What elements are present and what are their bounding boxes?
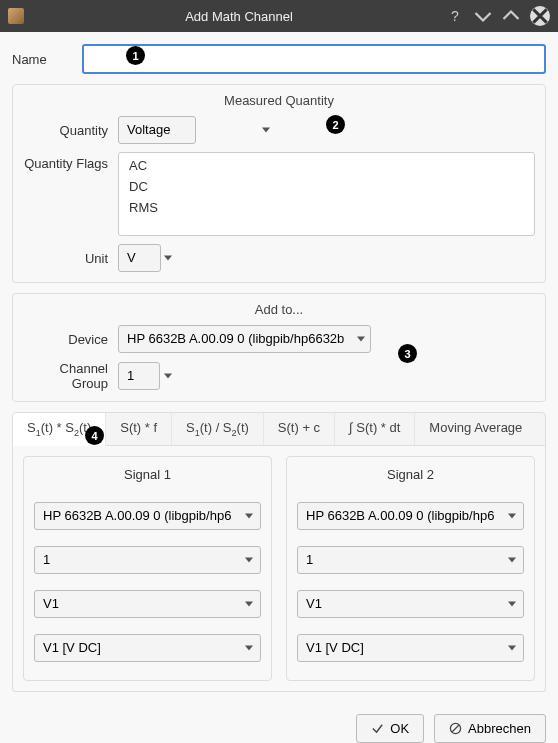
quantity-flags-list[interactable]: AC DC RMS	[118, 152, 535, 236]
tab-scale[interactable]: S(t) * f	[106, 413, 172, 445]
unit-select[interactable]: V	[118, 244, 161, 272]
tab-panel: Signal 1 HP 6632B A.00.09 0 (libgpib/hp6…	[12, 446, 546, 692]
tab-integrate[interactable]: ∫ S(t) * dt	[335, 413, 415, 445]
name-label: Name	[12, 52, 82, 67]
quantity-flags-label: Quantity Flags	[23, 152, 118, 171]
signal-1-box: Signal 1 HP 6632B A.00.09 0 (libgpib/hp6…	[23, 456, 272, 681]
measured-quantity-group: Measured Quantity Quantity Voltage Quant…	[12, 84, 546, 283]
signal-2-channel-select[interactable]: V1	[297, 590, 524, 618]
signal-1-group-select[interactable]: 1	[34, 546, 261, 574]
maximize-icon[interactable]	[502, 7, 520, 25]
name-input[interactable]	[82, 44, 546, 74]
tab-offset[interactable]: S(t) + c	[264, 413, 335, 445]
device-select[interactable]: HP 6632B A.00.09 0 (libgpib/hp6632b	[118, 325, 371, 353]
quantity-label: Quantity	[23, 123, 118, 138]
signal-1-title: Signal 1	[34, 467, 261, 482]
tab-divide[interactable]: S1(t) / S2(t)	[172, 413, 264, 445]
svg-line-1	[452, 725, 459, 732]
signal-2-group-select[interactable]: 1	[297, 546, 524, 574]
signal-2-device-select[interactable]: HP 6632B A.00.09 0 (libgpib/hp6	[297, 502, 524, 530]
window-title: Add Math Channel	[32, 9, 446, 24]
unit-label: Unit	[23, 251, 118, 266]
signal-2-title: Signal 2	[297, 467, 524, 482]
signal-1-device-select[interactable]: HP 6632B A.00.09 0 (libgpib/hp6	[34, 502, 261, 530]
annotation-badge-1: 1	[126, 46, 145, 65]
list-item[interactable]: RMS	[119, 197, 534, 218]
quantity-select[interactable]: Voltage	[118, 116, 196, 144]
channel-group-select[interactable]: 1	[118, 362, 160, 390]
tab-moving-average[interactable]: Moving Average	[415, 413, 536, 445]
titlebar: Add Math Channel ?	[0, 0, 558, 32]
signal-1-measure-select[interactable]: V1 [V DC]	[34, 634, 261, 662]
cancel-icon	[449, 722, 462, 735]
help-icon[interactable]: ?	[446, 7, 464, 25]
minimize-icon[interactable]	[474, 7, 492, 25]
annotation-badge-4: 4	[85, 426, 104, 445]
cancel-label: Abbrechen	[468, 721, 531, 736]
app-icon	[8, 8, 24, 24]
measured-quantity-title: Measured Quantity	[23, 93, 535, 108]
ok-button[interactable]: OK	[356, 714, 424, 743]
add-to-group: Add to... Device HP 6632B A.00.09 0 (lib…	[12, 293, 546, 402]
list-item[interactable]: DC	[119, 176, 534, 197]
signal-2-box: Signal 2 HP 6632B A.00.09 0 (libgpib/hp6…	[286, 456, 535, 681]
annotation-badge-2: 2	[326, 115, 345, 134]
annotation-badge-3: 3	[398, 344, 417, 363]
signal-2-measure-select[interactable]: V1 [V DC]	[297, 634, 524, 662]
device-label: Device	[23, 332, 118, 347]
check-icon	[371, 722, 384, 735]
channel-group-label: Channel Group	[23, 361, 118, 391]
add-to-title: Add to...	[23, 302, 535, 317]
cancel-button[interactable]: Abbrechen	[434, 714, 546, 743]
name-row: Name	[12, 44, 546, 74]
list-item[interactable]: AC	[119, 155, 534, 176]
signal-1-channel-select[interactable]: V1	[34, 590, 261, 618]
ok-label: OK	[390, 721, 409, 736]
close-icon[interactable]	[530, 6, 550, 26]
footer: OK Abbrechen	[0, 704, 558, 743]
